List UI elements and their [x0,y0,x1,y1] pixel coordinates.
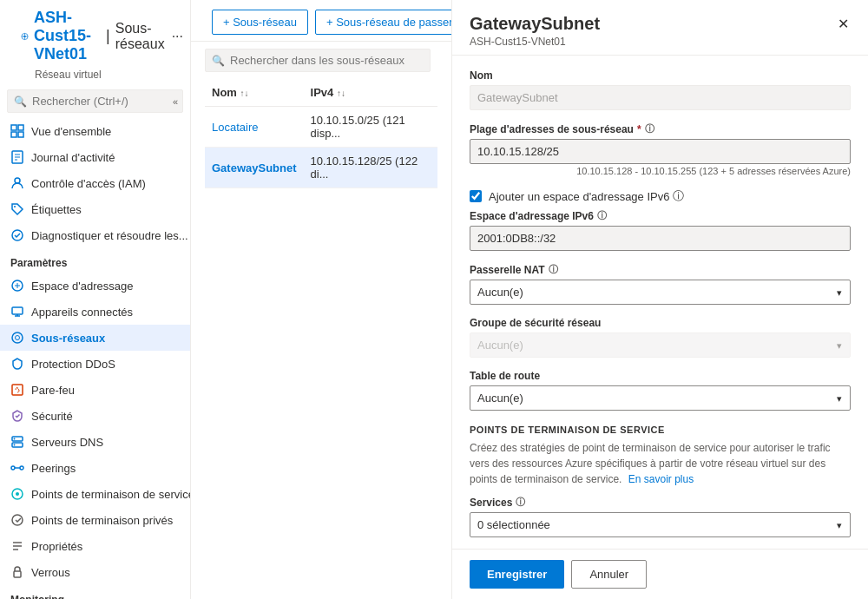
col-ipv4[interactable]: IPv4 ↑↓ [304,79,437,107]
cancel-button[interactable]: Annuler [571,560,647,589]
subnets-search-input[interactable] [205,49,431,72]
overview-icon [10,124,24,138]
save-button[interactable]: Enregistrer [470,560,564,589]
tag-icon [10,202,24,216]
ipv6-info-icon[interactable]: ⓘ [597,209,607,222]
ipv6-checkbox[interactable] [470,190,482,202]
main-actions: + Sous-réseau + Sous-réseau de passerell… [212,9,451,36]
add-gateway-label: + Sous-réseau de passerelle [326,16,451,29]
field-table-route: Table de route Aucun(e) ▾ [470,370,851,411]
sidebar-item-diagnostic[interactable]: Diagnostiquer et résoudre les... [0,222,190,248]
table-body: Locataire 10.10.15.0/25 (121 disp... Gat… [205,107,437,188]
sidebar-subtitle: Réseau virtuel [35,69,180,81]
field-plage-input[interactable] [470,139,851,164]
sidebar-top-bar: ASH-Cust15-VNet01 | Sous-réseaux ··· [10,7,180,67]
sidebar-item-points-priv[interactable]: Points de terminaison privés [0,507,190,533]
sidebar-item-label: Pare-feu [31,384,75,397]
sidebar-item-journal[interactable]: Journal d'activité [0,144,190,170]
sidebar-item-serveurs[interactable]: Serveurs DNS [0,429,190,455]
sidebar-item-pare-feu[interactable]: Pare-feu [0,377,190,403]
sidebar-item-label: Étiquettes [31,203,82,216]
sidebar-item-securite[interactable]: Sécurité [0,403,190,429]
sidebar-title: ASH-Cust15-VNet01 | Sous-réseaux [21,9,165,63]
col-nom[interactable]: Nom ↑↓ [205,79,304,107]
lock-icon [10,565,24,579]
table-row[interactable]: GatewaySubnet 10.10.15.128/25 (122 di... [205,148,437,188]
svg-rect-7 [18,125,23,130]
add-subnet-button[interactable]: + Sous-réseau [212,10,308,35]
sidebar-collapse-btn[interactable]: « [173,96,178,107]
sidebar-header: ASH-Cust15-VNet01 | Sous-réseaux ··· Rés… [0,0,190,84]
services-info-icon[interactable]: ⓘ [516,496,525,509]
sidebar-item-proprietes[interactable]: Propriétés [0,533,190,559]
section-service-endpoints-desc: Créez des stratégies de point de termina… [470,440,851,487]
add-gateway-button[interactable]: + Sous-réseau de passerelle [315,10,451,35]
svg-point-29 [20,466,23,470]
svg-point-15 [14,206,16,207]
sidebar-item-verrous[interactable]: Verrous [0,559,190,585]
svg-point-33 [12,515,23,525]
vnet-icon [21,28,29,45]
table-header: Nom ↑↓ IPv4 ↑↓ [205,79,437,107]
row-locataire-name[interactable]: Locataire [205,107,304,148]
field-plage-label: Plage d'adresses de sous-réseau * ⓘ [470,122,851,135]
section-monitoring: Monitoring [0,585,190,599]
ipv6-cb-info-icon[interactable]: ⓘ [673,188,684,204]
subnets-search-icon: 🔍 [212,55,225,67]
svg-rect-18 [12,307,23,314]
svg-rect-6 [11,125,16,130]
sidebar-item-label: Espace d'adressage [31,280,133,293]
iam-icon [10,176,24,190]
field-ipv6-input[interactable] [470,226,851,251]
sidebar: ASH-Cust15-VNet01 | Sous-réseaux ··· Rés… [0,0,191,599]
sidebar-item-label: Points de terminaison de service [31,488,191,501]
table-route-select[interactable]: Aucun(e) [470,385,851,411]
sidebar-item-label: Appareils connectés [31,306,133,319]
services-select-wrapper: 0 sélectionnée ▾ [470,512,851,537]
firewall-icon [10,383,24,397]
panel-header: GatewaySubnet ASH-Cust15-VNet01 ✕ [452,0,868,56]
passerelle-select-wrapper: Aucun(e) ▾ [470,280,851,305]
sidebar-item-vue[interactable]: Vue d'ensemble [0,118,190,144]
plage-info-icon[interactable]: ⓘ [645,122,654,135]
table-row[interactable]: Locataire 10.10.15.0/25 (121 disp... [205,107,437,148]
sidebar-item-sous-reseaux[interactable]: Sous-réseaux [0,325,190,351]
sidebar-search-icon: 🔍 [14,95,27,108]
svg-point-22 [16,336,20,340]
sidebar-item-espace[interactable]: Espace d'adressage [0,273,190,299]
sidebar-item-iam[interactable]: Contrôle d'accès (IAM) [0,170,190,196]
panel-close-button[interactable]: ✕ [836,14,851,34]
svg-point-27 [14,444,16,446]
field-nom-input [470,85,851,110]
sidebar-search-input[interactable] [7,89,183,113]
svg-point-28 [11,466,15,470]
section-service-endpoints-title: POINTS DE TERMINAISON DE SERVICE [470,425,851,435]
passerelle-info-icon[interactable]: ⓘ [549,263,558,276]
svg-point-26 [14,438,16,440]
sidebar-item-appareils[interactable]: Appareils connectés [0,299,190,325]
sidebar-item-etiquettes[interactable]: Étiquettes [0,196,190,222]
svg-rect-8 [11,132,16,137]
sidebar-item-label: Vue d'ensemble [31,125,111,138]
sidebar-item-protection[interactable]: Protection DDoS [0,351,190,377]
services-select[interactable]: 0 sélectionnée [470,512,851,537]
field-ipv6: Espace d'adressage IPv6 ⓘ [470,209,851,251]
panel-title: GatewaySubnet [470,14,600,34]
field-groupe: Groupe de sécurité réseau Aucun(e) ▾ [470,317,851,358]
passerelle-select[interactable]: Aucun(e) [470,280,851,305]
devices-icon [10,305,24,319]
panel-footer: Enregistrer Annuler [452,549,868,599]
learn-more-link[interactable]: En savoir plus [628,473,694,485]
sidebar-item-label: Journal d'activité [31,151,115,164]
row-gateway-name[interactable]: GatewaySubnet [205,148,304,188]
row-locataire-ipv4: 10.10.15.0/25 (121 disp... [304,107,437,148]
sidebar-item-label: Diagnostiquer et résoudre les... [31,229,188,242]
field-plage-hint: 10.10.15.128 - 10.10.15.255 (123 + 5 adr… [470,166,851,176]
svg-rect-23 [12,385,23,395]
sidebar-item-label: Protection DDoS [31,358,115,371]
table-route-select-wrapper: Aucun(e) ▾ [470,385,851,411]
sidebar-item-points-term[interactable]: Points de terminaison de service [0,481,190,507]
peering-icon [10,461,24,475]
more-dots[interactable]: ··· [172,29,183,44]
sidebar-item-peerings[interactable]: Peerings [0,455,190,481]
